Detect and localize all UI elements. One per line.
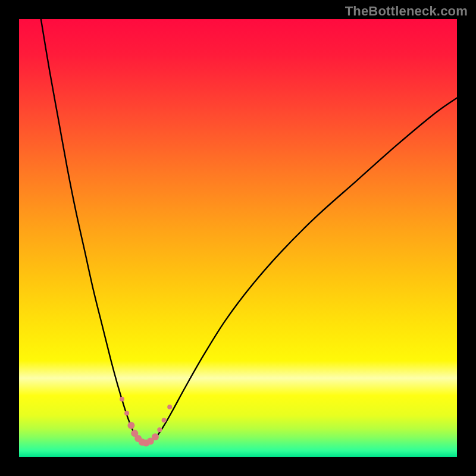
data-point bbox=[162, 418, 167, 422]
gradient-background bbox=[19, 19, 457, 457]
chart-frame: TheBottleneck.com bbox=[0, 0, 476, 476]
watermark-text: TheBottleneck.com bbox=[345, 4, 468, 19]
data-point bbox=[120, 397, 124, 402]
data-point bbox=[124, 411, 129, 415]
plot-area bbox=[19, 19, 457, 457]
data-point bbox=[152, 433, 159, 440]
chart-svg bbox=[19, 19, 457, 457]
data-point bbox=[157, 427, 162, 432]
data-point bbox=[127, 422, 134, 429]
data-point bbox=[167, 405, 172, 409]
